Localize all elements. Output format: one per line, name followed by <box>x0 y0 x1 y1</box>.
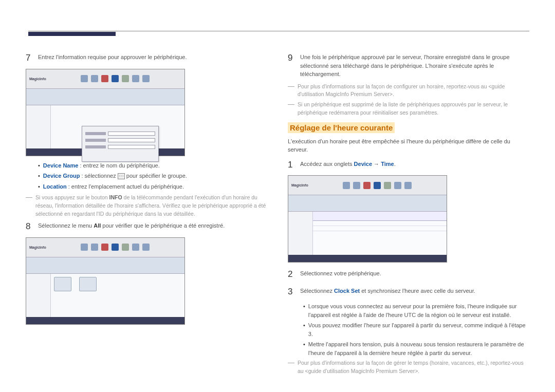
ss-topbar: MagicInfo <box>26 238 184 257</box>
def-device-name: • Device Name : entrez le nom du périphé… <box>38 161 267 170</box>
link-time: Time <box>381 161 394 167</box>
ss-nav-icons <box>49 75 181 82</box>
nav-icon-active <box>374 182 381 189</box>
ss-topbar: MagicInfo <box>26 69 184 89</box>
screenshot-all-devices: MagicInfo <box>26 237 185 325</box>
dash-icon: ― <box>26 194 32 218</box>
nav-icon <box>132 244 139 251</box>
step-3: 3 Sélectionnez Clock Set et synchronisez… <box>288 285 529 298</box>
ss-logo: MagicInfo <box>29 77 46 81</box>
section-heading: Réglage de l'heure courante <box>288 119 529 137</box>
nav-icon <box>394 182 401 189</box>
nav-icon-active <box>112 75 119 82</box>
device-thumb <box>79 277 97 291</box>
step-number: 9 <box>288 51 295 65</box>
ss-device-row <box>313 226 447 231</box>
ss-sidebar <box>26 105 51 148</box>
heading-text: Réglage de l'heure courante <box>288 122 395 133</box>
nav-icon <box>142 244 150 251</box>
step-text: Une fois le périphérique approuvé par le… <box>300 51 529 79</box>
ss-ribbon <box>26 89 184 105</box>
def-text: Device Name : entrez le nom du périphéri… <box>43 161 160 170</box>
ss-body <box>26 274 184 317</box>
term: Location <box>43 183 67 190</box>
ss-main <box>51 105 184 148</box>
step-8: 8 Sélectionnez le menu All pour vérifier… <box>26 220 267 233</box>
bullet-text: Mettre l'appareil hors tension, puis à n… <box>308 340 529 357</box>
bullet-dot: • <box>303 302 305 319</box>
header-rule <box>28 31 529 31</box>
bullet-dot: • <box>303 340 305 357</box>
step-number: 7 <box>26 51 33 65</box>
screenshot-approve-device: MagicInfo <box>26 69 185 156</box>
bullet-modify-time: • Vous pouvez modifier l'heure sur l'app… <box>303 321 529 338</box>
ss-ribbon <box>288 195 447 212</box>
def-location: • Location : entrez l'emplacement actuel… <box>38 182 267 191</box>
bullet-text: Lorsque vous vous connectez au serveur p… <box>308 302 529 319</box>
ss-ribbon <box>26 257 184 274</box>
note-info-button: ― Si vous appuyez sur le bouton INFO de … <box>26 194 267 218</box>
two-column-layout: 7 Entrez l'information requise pour appr… <box>26 51 529 378</box>
ss-paging-bar <box>26 317 184 324</box>
def-text: Device Group : sélectionnez pour spécifi… <box>43 172 187 180</box>
nav-icon <box>81 75 88 82</box>
nav-icon <box>81 244 88 251</box>
step-text: Sélectionnez le menu All pour vérifier q… <box>38 220 267 230</box>
term: Device Name <box>43 162 79 169</box>
ss-topbar: MagicInfo <box>288 176 447 195</box>
dash-icon: ― <box>288 359 294 376</box>
nav-icon <box>101 75 108 82</box>
link-device: Device <box>354 161 372 167</box>
step-number: 8 <box>26 220 33 233</box>
ss-body <box>26 105 184 148</box>
step-text: Sélectionnez votre périphérique. <box>300 268 529 278</box>
ss-sidebar <box>288 212 313 255</box>
step-number: 3 <box>288 285 295 298</box>
nav-icon <box>384 182 391 189</box>
screenshot-device-time: MagicInfo <box>288 175 447 263</box>
note-text: Pour plus d'informations sur la façon de… <box>298 359 529 376</box>
bullet-power-cycle: • Mettre l'appareil hors tension, puis à… <box>303 340 529 357</box>
ss-device-row <box>313 221 447 226</box>
nav-icon <box>343 182 350 189</box>
step-text: Sélectionnez Clock Set et synchronisez l… <box>300 285 529 295</box>
ss-nav-icons <box>49 244 181 251</box>
nav-icon <box>353 182 360 189</box>
bold: All <box>94 222 101 229</box>
note-text: Si un périphérique est supprimé de la li… <box>298 101 529 117</box>
step-9: 9 Une fois le périphérique approuvé par … <box>288 51 529 79</box>
step-2: 2 Sélectionnez votre périphérique. <box>288 268 529 281</box>
step-text: Entrez l'information requise pour approu… <box>38 51 267 62</box>
ss-main <box>51 274 184 317</box>
term: Device Group <box>43 173 80 179</box>
nav-icon <box>363 182 371 189</box>
ss-paging-bar <box>288 255 447 262</box>
note-device-removed: ― Si un périphérique est supprimé de la … <box>288 101 529 117</box>
step-number: 2 <box>288 268 295 281</box>
note-configure-schedule: ― Pour plus d'informations sur la façon … <box>288 83 529 99</box>
ss-sidebar <box>26 274 51 317</box>
note-manage-time: ― Pour plus d'informations sur la façon … <box>288 359 529 376</box>
ss-approve-dialog <box>82 126 159 162</box>
nav-icon <box>122 244 129 251</box>
ss-logo: MagicInfo <box>29 246 46 249</box>
header-accent-block <box>28 32 116 36</box>
dash-icon: ― <box>288 101 294 117</box>
arrow-icon: → <box>372 161 381 167</box>
bullet-dot: • <box>38 182 40 191</box>
step-1: 1 Accédez aux onglets Device → Time. <box>288 158 529 172</box>
device-thumb <box>54 277 71 291</box>
definition-list: • Device Name : entrez le nom du périphé… <box>26 161 267 191</box>
bullet-dot: • <box>38 172 40 180</box>
note-text: Si vous appuyez sur le bouton INFO de la… <box>35 194 267 218</box>
ss-logo: MagicInfo <box>291 183 308 187</box>
step-7: 7 Entrez l'information requise pour appr… <box>26 51 267 65</box>
bullet-utc: • Lorsque vous vous connectez au serveur… <box>303 302 529 319</box>
nav-icon <box>101 244 108 251</box>
nav-icon <box>142 75 150 82</box>
def-device-group: • Device Group : sélectionnez pour spéci… <box>38 172 267 180</box>
nav-icon-active <box>112 244 119 251</box>
ss-column-header <box>313 212 447 221</box>
ss-main <box>313 212 447 255</box>
bullet-dot: • <box>303 321 305 338</box>
